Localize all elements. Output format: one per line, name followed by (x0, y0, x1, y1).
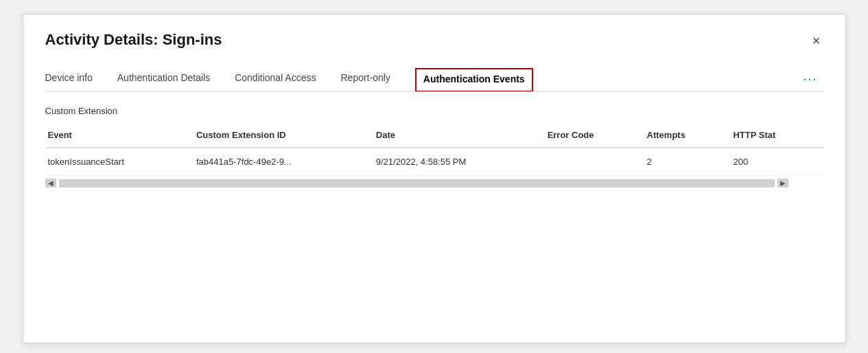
scrollbar-track[interactable] (59, 179, 775, 187)
col-attempts: Attempts (644, 124, 731, 148)
col-date: Date (373, 124, 545, 148)
events-table: Event Custom Extension ID Date Error Cod… (45, 124, 823, 176)
close-button[interactable]: × (810, 31, 823, 50)
scroll-right-arrow[interactable]: ▶ (777, 179, 788, 187)
tab-conditional-access[interactable]: Conditional Access (235, 67, 329, 91)
col-http-stat: HTTP Stat (730, 124, 823, 148)
more-tabs-button[interactable]: ··· (797, 69, 823, 89)
cell-error-code (545, 148, 644, 176)
dialog-title: Activity Details: Sign-ins (45, 31, 222, 49)
tab-bar: Device info Authentication Details Condi… (45, 67, 823, 92)
section-label: Custom Extension (45, 106, 823, 116)
activity-details-dialog: Activity Details: Sign-ins × Device info… (23, 14, 846, 343)
tab-authentication-events[interactable]: Authentication Events (415, 68, 533, 91)
cell-attempts: 2 (644, 148, 731, 176)
col-error-code: Error Code (545, 124, 644, 148)
col-custom-extension-id: Custom Extension ID (193, 124, 373, 148)
tab-device-info[interactable]: Device info (45, 67, 106, 91)
events-table-container: Event Custom Extension ID Date Error Cod… (45, 124, 823, 187)
scroll-left-arrow[interactable]: ◀ (45, 179, 56, 187)
cell-custom-extension-id: fab441a5-7fdc-49e2-9... (193, 148, 373, 176)
tab-authentication-details[interactable]: Authentication Details (117, 67, 224, 91)
cell-http-stat: 200 (730, 148, 823, 176)
cell-event: tokenIssuanceStart (45, 148, 193, 176)
table-row[interactable]: tokenIssuanceStart fab441a5-7fdc-49e2-9.… (45, 148, 823, 176)
tab-report-only[interactable]: Report-only (340, 67, 403, 91)
table-header-row: Event Custom Extension ID Date Error Cod… (45, 124, 823, 148)
dialog-header: Activity Details: Sign-ins × (45, 31, 823, 50)
col-event: Event (45, 124, 193, 148)
horizontal-scrollbar[interactable]: ◀ ▶ (45, 179, 823, 187)
cell-date: 9/21/2022, 4:58:55 PM (373, 148, 545, 176)
